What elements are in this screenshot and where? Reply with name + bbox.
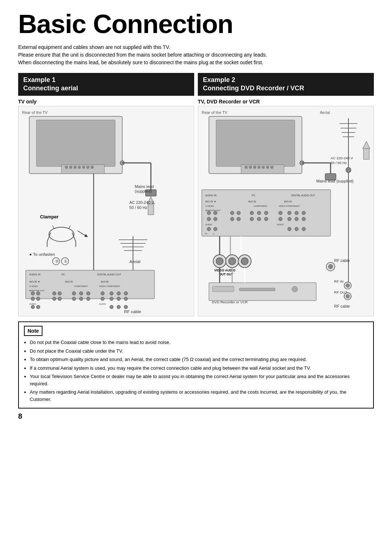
example2-sublabel: TV, DVD Recorder or VCR	[198, 99, 374, 104]
svg-rect-95	[262, 166, 265, 169]
svg-text:AUDIO IN: AUDIO IN	[205, 194, 217, 196]
svg-rect-2	[36, 120, 115, 166]
example1-section: Example 1 Connecting aerial TV only Rear…	[18, 73, 194, 316]
svg-point-113	[346, 168, 351, 173]
svg-text:(supplied): (supplied)	[135, 189, 152, 193]
svg-point-64	[117, 292, 121, 295]
svg-rect-111	[363, 148, 369, 159]
svg-point-145	[287, 217, 291, 221]
svg-point-135	[295, 211, 298, 215]
svg-text:Rear of the TV: Rear of the TV	[202, 110, 228, 115]
example1-header: Example 1 Connecting aerial	[18, 73, 194, 96]
svg-point-140	[237, 217, 240, 221]
svg-point-69	[58, 297, 61, 300]
svg-point-141	[250, 217, 254, 221]
example2-section: Example 2 Connecting DVD Recorder / VCR …	[198, 73, 374, 316]
svg-text:R: R	[205, 233, 207, 235]
svg-text:①: ①	[64, 259, 68, 263]
svg-text:AC 220-240 V: AC 220-240 V	[331, 156, 353, 160]
note-box: Note Do not put the Coaxial cable close …	[18, 321, 374, 409]
svg-text:②: ②	[55, 259, 59, 263]
svg-point-136	[302, 211, 306, 215]
svg-text:AUDIO: AUDIO	[29, 303, 36, 305]
svg-line-36	[53, 225, 54, 229]
svg-point-178	[346, 284, 350, 287]
svg-point-71	[79, 297, 83, 300]
svg-point-65	[124, 292, 128, 295]
svg-point-165	[241, 258, 248, 265]
svg-point-147	[302, 217, 306, 221]
svg-point-74	[110, 297, 113, 300]
svg-text:Aerial: Aerial	[130, 259, 140, 264]
svg-point-138	[213, 217, 217, 221]
page-title: Basic Connection	[18, 11, 374, 37]
svg-point-170	[328, 264, 333, 269]
svg-point-57	[53, 292, 56, 295]
note-item-4: If a communal Aerial system is used, you…	[24, 365, 368, 372]
svg-point-153	[295, 227, 298, 231]
note-item-6: Any matters regarding Aerial installatio…	[24, 389, 368, 403]
svg-point-149	[207, 227, 211, 231]
svg-point-68	[53, 297, 56, 300]
svg-point-133	[279, 211, 282, 215]
svg-text:S VIDEO: S VIDEO	[205, 205, 214, 207]
svg-text:Rear of the TV: Rear of the TV	[22, 110, 48, 115]
svg-point-126	[207, 211, 211, 215]
svg-point-161	[216, 258, 223, 265]
svg-text:PC: PC	[61, 273, 65, 276]
svg-rect-94	[258, 166, 261, 169]
svg-text:RF cable: RF cable	[124, 309, 142, 314]
svg-point-31	[49, 227, 74, 241]
svg-point-139	[230, 217, 234, 221]
svg-point-82	[117, 305, 121, 309]
svg-text:AV1 IN ▼: AV1 IN ▼	[205, 200, 216, 203]
svg-point-55	[31, 292, 35, 295]
svg-text:AV2 IN: AV2 IN	[65, 280, 73, 283]
svg-rect-92	[249, 166, 252, 169]
note-list: Do not put the Coaxial cable close to th…	[24, 339, 368, 403]
svg-point-181	[346, 294, 350, 298]
svg-point-59	[72, 292, 76, 295]
svg-point-67	[36, 297, 40, 300]
note-item-2: Do not place the Coaxial cable under the…	[24, 348, 368, 355]
svg-rect-96	[266, 166, 269, 169]
svg-point-81	[110, 305, 113, 309]
svg-rect-10	[91, 166, 94, 169]
svg-text:PC: PC	[252, 194, 256, 196]
svg-point-142	[257, 217, 261, 221]
svg-text:AV3 IN: AV3 IN	[101, 280, 109, 283]
svg-text:DIGITAL AUDIO OUT: DIGITAL AUDIO OUT	[97, 273, 121, 276]
example1-diagram: Rear of the TV	[18, 106, 194, 316]
svg-point-62	[101, 292, 105, 295]
svg-text:AUDIO IN: AUDIO IN	[29, 273, 41, 276]
svg-text:VIDEO COMPONENT: VIDEO COMPONENT	[279, 205, 300, 207]
note-title: Note	[24, 326, 42, 336]
svg-point-79	[36, 305, 40, 309]
svg-point-137	[207, 217, 211, 221]
svg-point-56	[36, 292, 40, 295]
svg-point-132	[264, 211, 268, 215]
svg-point-128	[230, 211, 234, 215]
svg-text:Mains lead (supplied): Mains lead (supplied)	[316, 179, 354, 183]
svg-point-83	[124, 305, 128, 309]
svg-text:AUDIO: AUDIO	[277, 223, 284, 226]
svg-text:Clamper: Clamper	[40, 214, 58, 219]
svg-text:VIDEO COMPONENT: VIDEO COMPONENT	[99, 285, 121, 287]
svg-point-73	[101, 297, 105, 300]
svg-point-78	[31, 305, 35, 309]
svg-point-163	[229, 258, 236, 265]
svg-text:DVD Recorder or VCR: DVD Recorder or VCR	[212, 300, 248, 304]
examples-row: Example 1 Connecting aerial TV only Rear…	[18, 73, 374, 316]
svg-text:AV1 IN ▼: AV1 IN ▼	[29, 280, 40, 283]
svg-point-60	[79, 292, 83, 295]
svg-point-152	[287, 227, 291, 231]
svg-line-37	[69, 225, 70, 229]
svg-rect-173	[239, 288, 275, 291]
svg-rect-5	[69, 166, 72, 169]
svg-point-143	[264, 217, 268, 221]
svg-point-76	[124, 297, 128, 300]
svg-text:● To unfasten: ● To unfasten	[29, 252, 55, 257]
svg-point-61	[86, 292, 90, 295]
note-item-1: Do not put the Coaxial cable close to th…	[24, 339, 368, 346]
svg-point-75	[117, 297, 121, 300]
